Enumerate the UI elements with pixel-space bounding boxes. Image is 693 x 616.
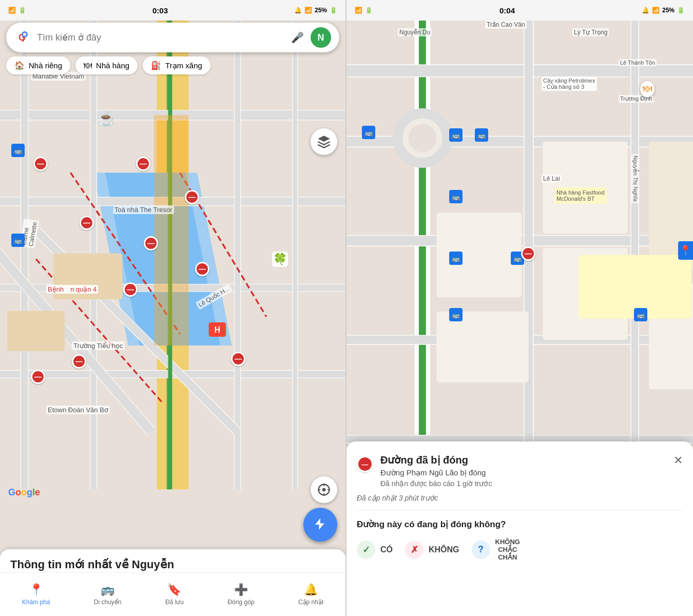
nav-cap-nhat[interactable]: 🔔 Cập nhật bbox=[298, 583, 323, 606]
layers-button[interactable] bbox=[311, 128, 337, 155]
road-closed-3 bbox=[185, 190, 199, 204]
chip-label-nha-rieng: Nhà riêng bbox=[29, 61, 62, 70]
location-icon bbox=[317, 483, 331, 497]
gas-icon: ⛽ bbox=[151, 61, 161, 70]
nav-dong-gop[interactable]: ➕ Đóng góp bbox=[227, 583, 254, 606]
map-label-ly-tu-trong: Lý Tự Trọng bbox=[572, 28, 609, 36]
blue-place-marker: 📍 bbox=[678, 241, 693, 260]
svg-point-40 bbox=[322, 488, 326, 492]
saved-icon: 🔖 bbox=[167, 583, 181, 596]
chip-tram-xang[interactable]: ⛽ Trạm xăng bbox=[143, 56, 210, 74]
google-maps-logo: G bbox=[14, 29, 31, 46]
nav-kham-pha[interactable]: 📍 Khám phá bbox=[22, 583, 50, 606]
map-label-nguyen-thi-nghia: Nguyễn Thị Nghĩa bbox=[631, 154, 639, 203]
bus-right-8: 🚌 bbox=[634, 308, 647, 321]
svg-rect-29 bbox=[154, 115, 188, 345]
notification-card: Đường đã bị đóng Đường Phạm Ngũ Lão bị đ… bbox=[346, 441, 693, 616]
divider bbox=[357, 510, 683, 511]
right-status-icons: 📶 🔋 bbox=[355, 7, 373, 14]
svg-rect-69 bbox=[436, 312, 528, 382]
bus-right-7: 🚌 bbox=[449, 308, 463, 321]
notif-report-time: Đã nhận được báo cáo 1 giờ trước bbox=[380, 479, 666, 488]
right-panel: 📶 🔋 0:04 🔔 📶 25% 🔋 Nguyễn Du Trần Cao Vâ… bbox=[346, 0, 693, 616]
vote-no-button[interactable]: ✗ KHÔNG bbox=[405, 541, 459, 559]
map-label-tran-cao-van: Trần Cao Vân bbox=[485, 21, 527, 29]
road-closed-right-1 bbox=[521, 246, 535, 261]
location-button[interactable] bbox=[311, 476, 337, 503]
notif-icon bbox=[357, 456, 373, 472]
restaurant-icon: 🍽 bbox=[84, 61, 92, 70]
vote-no-icon: ✗ bbox=[405, 541, 424, 559]
left-status-right: 🔔 📶 25% 🔋 bbox=[294, 7, 337, 14]
notif-updated: Đã cập nhật 3 phút trước bbox=[357, 494, 683, 502]
vote-options: ✓ CÓ ✗ KHÔNG ? KHÔNGCHẮCCHẮN bbox=[357, 538, 683, 561]
map-label-tresor: Toà nhà The Tresor bbox=[113, 205, 174, 214]
orange-pin: ☕ bbox=[98, 110, 116, 127]
bus-right-2: 🚌 bbox=[449, 128, 463, 142]
map-label-mcdonalds: Nhà hàng FastfoodMcDonald's BT bbox=[554, 187, 607, 204]
map-label-nguyen-du: Nguyễn Du bbox=[398, 28, 432, 36]
bottom-nav: 📍 Khám phá 🚌 Di chuyển 🔖 Đã lưu ➕ Đóng g… bbox=[0, 572, 345, 616]
right-status-bar: 📶 🔋 0:04 🔔 📶 25% 🔋 bbox=[346, 0, 693, 21]
navigate-button[interactable] bbox=[303, 508, 337, 542]
road-closed-7 bbox=[123, 282, 138, 297]
bus-right-5: 🚌 bbox=[449, 252, 463, 265]
vote-yes-label: CÓ bbox=[380, 545, 393, 554]
vote-yes-icon: ✓ bbox=[357, 541, 375, 559]
explore-icon: 📍 bbox=[29, 583, 43, 596]
right-status-right: 🔔 📶 25% 🔋 bbox=[642, 7, 685, 14]
search-bar[interactable]: G 🎤 N bbox=[6, 23, 339, 52]
map-label-le-thanh-ton: Lê Thánh Tôn bbox=[619, 59, 657, 66]
vote-no-label: KHÔNG bbox=[429, 545, 459, 554]
bus-2: 🚌 bbox=[11, 234, 25, 247]
chip-label-tram-xang: Trạm xăng bbox=[165, 61, 202, 70]
question-text: Đường này có đang bị đóng không? bbox=[357, 519, 683, 530]
layers-icon bbox=[317, 134, 331, 149]
filter-chips: 🏠 Nhà riêng 🍽 Nhà hàng ⛽ Trạm xăng bbox=[6, 56, 339, 74]
left-status-icons: 📶 🔋 bbox=[8, 7, 26, 14]
contribute-icon: ➕ bbox=[234, 583, 248, 596]
notif-subtitle: Đường Phạm Ngũ Lão bị đóng bbox=[380, 468, 666, 477]
mic-icon[interactable]: 🎤 bbox=[290, 30, 304, 45]
road-closed-1 bbox=[33, 157, 48, 171]
food-pin: 🍀 bbox=[272, 252, 288, 267]
google-watermark: Google bbox=[8, 487, 40, 498]
chip-label-nha-hang: Nhà hàng bbox=[96, 61, 129, 70]
notif-content: Đường đã bị đóng Đường Phạm Ngũ Lão bị đ… bbox=[380, 454, 666, 488]
map-label-petrolimex: Cây xăng Petrolimex- Cửa hàng số 3 bbox=[542, 77, 597, 91]
bus-1: 🚌 bbox=[11, 144, 25, 157]
bus-right-3: 🚌 bbox=[475, 128, 488, 142]
map-label-etown: Trường Tiểu học bbox=[72, 341, 125, 350]
road-closed-8 bbox=[72, 354, 86, 369]
road-closed-4 bbox=[80, 216, 94, 230]
notif-title: Đường đã bị đóng bbox=[380, 454, 666, 466]
bus-right-4: 🚌 bbox=[449, 190, 463, 203]
svg-rect-31 bbox=[7, 311, 65, 352]
left-time: 0:03 bbox=[152, 6, 168, 15]
close-button[interactable]: ✕ bbox=[673, 454, 683, 467]
map-label-le-lai: Lê Lai bbox=[542, 175, 562, 183]
notif-header: Đường đã bị đóng Đường Phạm Ngũ Lão bị đ… bbox=[357, 454, 683, 488]
nav-label-da-luu: Đã lưu bbox=[165, 599, 184, 606]
nav-label-kham-pha: Khám phá bbox=[22, 599, 50, 606]
avatar[interactable]: N bbox=[311, 27, 331, 48]
vote-unsure-button[interactable]: ? KHÔNGCHẮCCHẮN bbox=[472, 538, 520, 561]
vote-yes-button[interactable]: ✓ CÓ bbox=[357, 541, 393, 559]
nav-label-di-chuyen: Di chuyển bbox=[94, 599, 122, 606]
nav-da-luu[interactable]: 🔖 Đã lưu bbox=[165, 583, 184, 606]
navigate-icon bbox=[313, 517, 328, 532]
map-label-truong: Etown Đoàn Văn Bơ bbox=[46, 406, 110, 414]
svg-point-67 bbox=[408, 124, 436, 152]
left-panel: H 📶 🔋 0:03 🔔 📶 25% 🔋 G 🎤 N bbox=[0, 0, 346, 616]
chip-nha-rieng[interactable]: 🏠 Nhà riêng bbox=[6, 56, 70, 74]
transit-icon: 🚌 bbox=[101, 583, 114, 596]
vote-unsure-icon: ? bbox=[472, 541, 490, 559]
left-map: H bbox=[0, 0, 345, 616]
chip-nha-hang[interactable]: 🍽 Nhà hàng bbox=[75, 56, 138, 74]
left-status-bar: 📶 🔋 0:03 🔔 📶 25% 🔋 bbox=[0, 0, 345, 21]
road-closed-5 bbox=[144, 236, 158, 251]
road-closed-10 bbox=[231, 352, 245, 366]
right-time: 0:04 bbox=[499, 6, 515, 15]
nav-di-chuyen[interactable]: 🚌 Di chuyển bbox=[94, 583, 122, 606]
search-input[interactable] bbox=[37, 32, 284, 43]
